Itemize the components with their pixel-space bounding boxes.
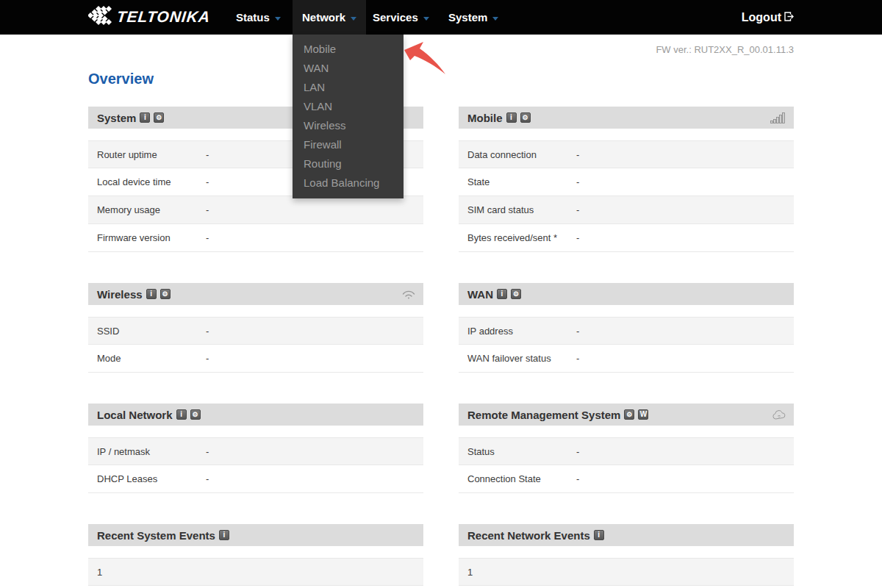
- panel-remote-management-system: Remote Management System ⚙ W Status- Con…: [459, 404, 794, 493]
- table-row: DHCP Leases-: [88, 465, 423, 493]
- top-navbar: TELTONIKA Status Network Services System…: [0, 0, 882, 35]
- panel-wireless: Wireless i ⚙ SSID- Mode-: [88, 283, 423, 373]
- gear-icon[interactable]: ⚙: [511, 289, 521, 299]
- info-icon[interactable]: i: [176, 409, 187, 420]
- annotation-arrow: [404, 41, 446, 78]
- gear-icon[interactable]: ⚙: [190, 409, 201, 420]
- panel-title: Mobile: [467, 112, 503, 124]
- dropdown-item-vlan[interactable]: VLAN: [293, 97, 404, 116]
- table-row: SIM card status-: [459, 196, 794, 224]
- row-label: Mode: [88, 353, 206, 364]
- panel-title: Local Network: [97, 409, 173, 421]
- panel-local-network: Local Network i ⚙ IP / netmask- DHCP Lea…: [88, 404, 423, 493]
- nav-item-label: Services: [373, 11, 418, 24]
- gear-icon[interactable]: ⚙: [624, 409, 634, 420]
- nav-item-label: Status: [236, 11, 270, 24]
- table-row: Status-: [459, 437, 794, 465]
- row-value: -: [576, 353, 794, 364]
- main-content: FW ver.: RUT2XX_R_00.01.11.3 Overview Sy…: [88, 0, 794, 588]
- logout-label: Logout: [742, 0, 781, 35]
- table-row: IP / netmask-: [88, 437, 423, 465]
- logout-icon: [781, 0, 794, 35]
- panel-title: Recent System Events: [97, 529, 215, 542]
- nav-item-services[interactable]: Services: [363, 0, 439, 35]
- table-row: State-: [459, 168, 794, 196]
- info-icon[interactable]: i: [497, 289, 507, 299]
- row-label: IP address: [459, 326, 576, 337]
- row-value: -: [206, 353, 423, 364]
- dropdown-item-wan[interactable]: WAN: [293, 59, 404, 78]
- table-row: Connection State-: [459, 465, 794, 493]
- panel-title: System: [97, 112, 136, 124]
- row-label: Data connection: [459, 149, 576, 160]
- chevron-down-icon: [423, 17, 429, 21]
- dropdown-item-wireless[interactable]: Wireless: [293, 116, 404, 135]
- panel-recent-network-events: Recent Network Events i 1: [459, 524, 794, 586]
- row-label: Bytes received/sent *: [459, 232, 576, 243]
- info-icon[interactable]: i: [219, 530, 229, 540]
- dropdown-item-load-balancing[interactable]: Load Balancing: [293, 173, 404, 193]
- row-label: SIM card status: [459, 204, 576, 215]
- chevron-down-icon: [275, 17, 281, 21]
- gear-icon[interactable]: ⚙: [520, 112, 531, 123]
- dropdown-item-lan[interactable]: LAN: [293, 78, 404, 97]
- panel-mobile: Mobile i ⚙: [459, 107, 794, 252]
- row-value: -: [576, 473, 794, 484]
- nav-item-system[interactable]: System: [439, 0, 508, 35]
- row-value: -: [206, 473, 423, 484]
- panel-recent-system-events: Recent System Events i 1: [88, 524, 423, 586]
- signal-strength-icon: [770, 112, 786, 123]
- chevron-down-icon: [351, 17, 356, 21]
- row-value: -: [206, 446, 423, 457]
- panel-title: Wireless: [97, 288, 143, 301]
- gear-icon[interactable]: ⚙: [154, 112, 164, 123]
- row-label: WAN failover status: [459, 353, 576, 364]
- row-value: -: [576, 446, 794, 457]
- info-icon[interactable]: i: [140, 112, 150, 123]
- table-row: Firmware version-: [88, 224, 423, 252]
- table-row: Memory usage-: [88, 196, 423, 224]
- wifi-icon: [401, 289, 416, 300]
- dropdown-item-firewall[interactable]: Firewall: [293, 135, 404, 154]
- table-row: SSID-: [88, 317, 423, 345]
- row-value: -: [206, 232, 423, 243]
- table-row: Bytes received/sent *-: [459, 224, 794, 252]
- row-label: 1: [88, 567, 102, 578]
- dropdown-item-routing[interactable]: Routing: [293, 154, 404, 173]
- row-value: -: [206, 326, 423, 337]
- right-column: Mobile i ⚙: [459, 107, 794, 588]
- row-value: -: [576, 149, 794, 160]
- row-label: Router uptime: [88, 149, 206, 160]
- table-row: WAN failover status-: [459, 345, 794, 373]
- info-icon[interactable]: i: [146, 289, 157, 299]
- panel-wan: WAN i ⚙ IP address- WAN failover status-: [459, 283, 794, 373]
- info-icon[interactable]: i: [594, 530, 604, 540]
- row-label: Status: [459, 446, 576, 457]
- row-value: -: [576, 204, 794, 215]
- nav-item-status[interactable]: Status: [226, 0, 290, 35]
- wlan-badge-icon[interactable]: W: [638, 409, 648, 420]
- brand-name: TELTONIKA: [116, 8, 212, 26]
- teltonika-logo: TELTONIKA: [88, 6, 210, 28]
- table-row: 1: [88, 558, 423, 586]
- gear-icon[interactable]: ⚙: [160, 289, 171, 299]
- table-row: IP address-: [459, 317, 794, 345]
- row-value: -: [576, 176, 794, 187]
- row-value: -: [206, 204, 423, 215]
- row-label: IP / netmask: [88, 446, 206, 457]
- nav-item-network[interactable]: Network: [293, 0, 366, 35]
- row-value: -: [576, 326, 794, 337]
- dropdown-item-mobile[interactable]: Mobile: [293, 40, 404, 59]
- row-label: 1: [459, 567, 473, 578]
- info-icon[interactable]: i: [506, 112, 517, 123]
- teltonika-chevrons-icon: [88, 6, 113, 28]
- logout-button[interactable]: Logout: [742, 0, 794, 35]
- network-dropdown-menu: Mobile WAN LAN VLAN Wireless Firewall Ro…: [293, 35, 404, 198]
- panel-title: Recent Network Events: [467, 529, 590, 542]
- panel-title: WAN: [467, 288, 493, 301]
- row-label: Firmware version: [88, 232, 206, 243]
- row-label: Memory usage: [88, 204, 206, 215]
- chevron-down-icon: [492, 17, 498, 21]
- table-row: 1: [459, 558, 794, 586]
- nav-item-label: System: [448, 11, 487, 24]
